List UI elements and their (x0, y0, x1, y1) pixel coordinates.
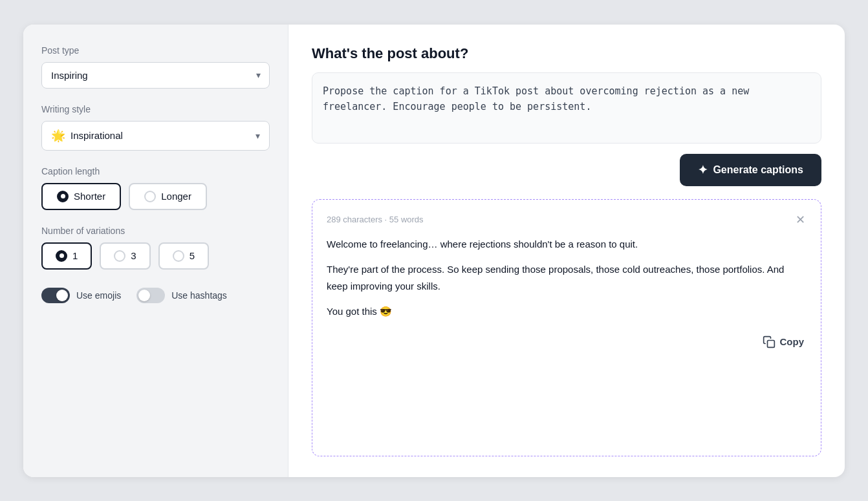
result-text: Welcome to freelancing… where rejections… (327, 236, 807, 320)
result-header: 289 characters · 55 words ✕ (327, 213, 807, 227)
writing-style-chevron-icon: ▾ (255, 131, 260, 141)
emojis-toggle-item: Use emojis (41, 288, 121, 303)
post-type-wrapper: Inspiring Educational Promotional Entert… (41, 62, 270, 89)
generate-btn-label: Generate captions (713, 164, 803, 176)
result-paragraph-1: Welcome to freelancing… where rejections… (327, 236, 807, 253)
svg-rect-0 (767, 340, 774, 347)
sparkle-icon: ✦ (698, 163, 708, 177)
emojis-label: Use emojis (76, 290, 121, 301)
copy-btn-label: Copy (780, 336, 805, 347)
result-meta: 289 characters · 55 words (327, 215, 424, 224)
variations-label: Number of variations (41, 226, 270, 236)
main-container: Post type Inspiring Educational Promotio… (23, 25, 845, 477)
result-card: 289 characters · 55 words ✕ Welcome to f… (312, 199, 821, 456)
variation-5-label: 5 (190, 250, 195, 261)
left-panel: Post type Inspiring Educational Promotio… (23, 25, 288, 477)
variation-1-label: 1 (72, 250, 78, 261)
caption-length-row: Shorter Longer (41, 183, 270, 210)
toggle-row: Use emojis Use hashtags (41, 288, 270, 303)
post-type-select[interactable]: Inspiring Educational Promotional Entert… (41, 62, 270, 89)
copy-icon (763, 336, 776, 348)
result-paragraph-2: They're part of the process. So keep sen… (327, 261, 807, 294)
variation-3-btn[interactable]: 3 (100, 242, 150, 270)
hashtags-label: Use hashtags (171, 290, 227, 301)
writing-style-select[interactable]: 🌟 Inspirational ▾ (41, 121, 270, 151)
variation-3-label: 3 (131, 250, 136, 261)
writing-style-icon: 🌟 (51, 129, 65, 143)
variation-3-radio (114, 250, 125, 262)
caption-shorter-btn[interactable]: Shorter (41, 183, 121, 210)
variation-1-radio (56, 250, 67, 262)
copy-button[interactable]: Copy (760, 332, 807, 352)
emojis-toggle-knob (56, 290, 68, 301)
writing-style-value: Inspirational (71, 130, 123, 141)
caption-longer-radio (144, 191, 156, 202)
caption-shorter-radio (57, 191, 69, 202)
variation-1-btn[interactable]: 1 (41, 242, 92, 270)
hashtags-toggle-knob (138, 290, 150, 301)
writing-style-label: Writing style (41, 104, 270, 114)
variation-5-btn[interactable]: 5 (158, 242, 209, 270)
result-paragraph-3: You got this 😎 (327, 303, 807, 320)
close-result-button[interactable]: ✕ (794, 213, 807, 227)
hashtags-toggle[interactable] (136, 288, 165, 303)
right-panel: What's the post about? ✦ Generate captio… (288, 25, 845, 477)
generate-captions-button[interactable]: ✦ Generate captions (680, 154, 821, 186)
post-question-title: What's the post about? (312, 45, 821, 62)
post-type-label: Post type (41, 45, 270, 56)
caption-longer-btn[interactable]: Longer (129, 183, 207, 210)
caption-shorter-label: Shorter (74, 191, 105, 202)
copy-row: Copy (327, 332, 807, 352)
post-textarea[interactable] (312, 72, 821, 144)
caption-longer-label: Longer (161, 191, 191, 202)
emojis-toggle[interactable] (41, 288, 70, 303)
hashtags-toggle-item: Use hashtags (136, 288, 227, 303)
caption-length-label: Caption length (41, 166, 270, 176)
variation-5-radio (173, 250, 184, 262)
generate-btn-row: ✦ Generate captions (312, 154, 821, 186)
variations-row: 1 3 5 (41, 242, 270, 270)
